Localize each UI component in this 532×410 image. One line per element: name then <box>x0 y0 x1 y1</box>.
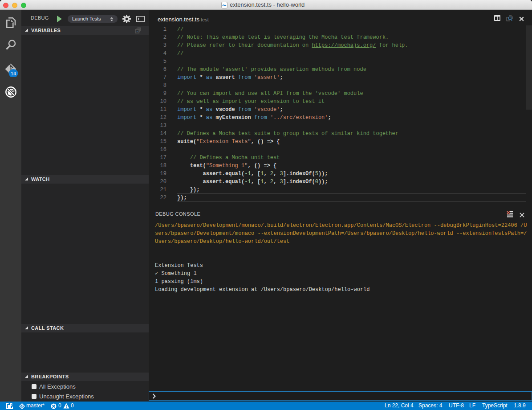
svg-text:14: 14 <box>11 71 16 76</box>
